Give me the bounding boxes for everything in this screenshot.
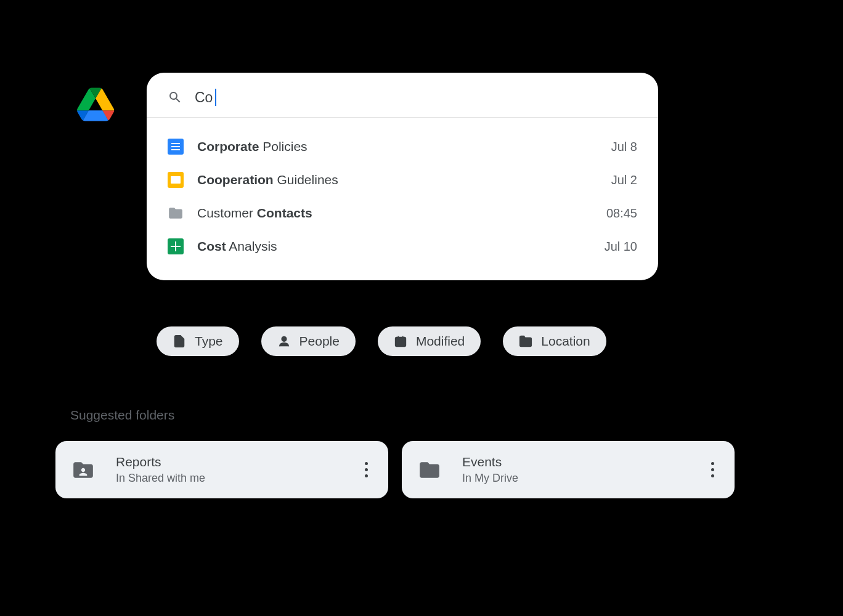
more-vert-icon xyxy=(711,461,714,479)
more-vert-icon xyxy=(365,461,368,479)
search-result-customer-contacts[interactable]: Customer Contacts 08:45 xyxy=(147,197,658,230)
text-cursor xyxy=(215,89,216,106)
chip-label: Type xyxy=(195,334,223,349)
suggested-folders-row: Reports In Shared with me Events In My D… xyxy=(55,441,735,498)
result-name: Cooperation Guidelines xyxy=(197,172,611,187)
svg-point-0 xyxy=(282,337,286,341)
result-date: Jul 2 xyxy=(611,173,637,187)
person-icon xyxy=(277,334,291,348)
slides-icon xyxy=(168,172,184,188)
more-options-button[interactable] xyxy=(354,458,378,482)
filter-chip-modified[interactable]: Modified xyxy=(378,326,481,356)
svg-rect-1 xyxy=(396,338,406,347)
chip-label: Modified xyxy=(416,334,465,349)
result-date: 08:45 xyxy=(606,206,637,221)
search-result-cost-analysis[interactable]: Cost Analysis Jul 10 xyxy=(147,230,658,263)
folder-name: Events xyxy=(462,455,700,469)
result-name: Cost Analysis xyxy=(197,239,605,254)
filter-chip-people[interactable]: People xyxy=(261,326,356,356)
drive-logo-icon xyxy=(77,87,114,121)
search-result-corporate-policies[interactable]: Corporate Policies Jul 8 xyxy=(147,130,658,163)
search-bar[interactable]: Co xyxy=(147,89,658,118)
shared-folder-icon xyxy=(71,458,95,482)
folder-icon xyxy=(418,458,441,482)
calendar-icon xyxy=(394,334,407,348)
more-options-button[interactable] xyxy=(700,458,725,482)
filter-chips: Type People Modified Location xyxy=(157,326,606,356)
folder-outline-icon xyxy=(519,334,532,348)
result-name: Customer Contacts xyxy=(197,206,606,221)
sheets-icon xyxy=(168,238,184,254)
folder-icon xyxy=(168,205,184,221)
search-result-cooperation-guidelines[interactable]: Cooperation Guidelines Jul 2 xyxy=(147,163,658,197)
docs-icon xyxy=(168,139,184,155)
folder-card-events[interactable]: Events In My Drive xyxy=(402,441,735,498)
folder-card-reports[interactable]: Reports In Shared with me xyxy=(55,441,388,498)
filter-chip-location[interactable]: Location xyxy=(503,326,606,356)
chip-label: Location xyxy=(541,334,590,349)
file-icon xyxy=(173,334,186,348)
chip-label: People xyxy=(299,334,340,349)
result-date: Jul 8 xyxy=(611,140,637,154)
suggested-folders-heading: Suggested folders xyxy=(70,408,174,423)
search-icon xyxy=(168,90,182,105)
result-name: Corporate Policies xyxy=(197,139,611,154)
folder-location: In My Drive xyxy=(462,472,700,485)
folder-location: In Shared with me xyxy=(116,472,354,485)
result-date: Jul 10 xyxy=(605,240,637,254)
search-panel: Co Corporate Policies Jul 8 Cooperation … xyxy=(147,73,658,280)
search-input[interactable]: Co xyxy=(195,89,216,106)
filter-chip-type[interactable]: Type xyxy=(157,326,239,356)
folder-name: Reports xyxy=(116,455,354,469)
